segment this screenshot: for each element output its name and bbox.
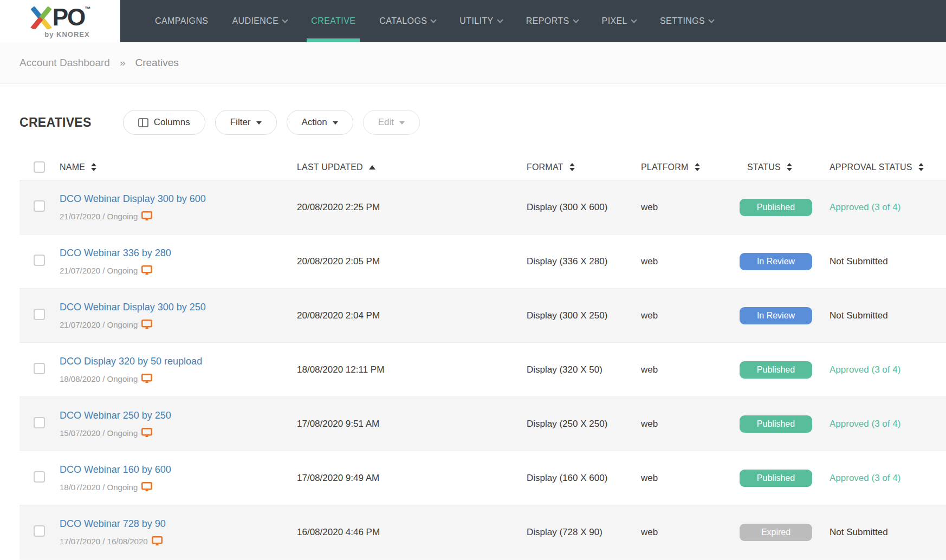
row-checkbox[interactable] bbox=[34, 471, 45, 483]
sort-icon[interactable] bbox=[918, 163, 924, 171]
platform-cell: web bbox=[641, 527, 740, 538]
platform-cell: web bbox=[641, 256, 740, 267]
creative-name-link[interactable]: DCO Webinar 336 by 280 bbox=[60, 248, 171, 259]
format-cell: Display (300 X 250) bbox=[527, 310, 641, 321]
creative-name-link[interactable]: DCO Display 320 by 50 reupload bbox=[60, 356, 202, 367]
last-updated-cell: 16/08/2020 4:46 PM bbox=[297, 527, 527, 538]
sort-icon[interactable] bbox=[569, 163, 575, 171]
approval-status-cell: Approved (3 of 4) bbox=[821, 364, 946, 375]
approval-status-cell: Not Submitted bbox=[821, 527, 946, 538]
columns-button-label: Columns bbox=[154, 117, 190, 128]
row-checkbox[interactable] bbox=[34, 363, 45, 374]
action-button[interactable]: Action bbox=[287, 110, 353, 135]
creative-name-link[interactable]: DCO Webinar 728 by 90 bbox=[60, 518, 166, 530]
nav-item[interactable]: SETTINGS bbox=[648, 0, 725, 42]
columns-button[interactable]: Columns bbox=[123, 110, 205, 135]
chevron-down-icon bbox=[282, 17, 288, 23]
select-all-checkbox[interactable] bbox=[34, 161, 45, 173]
page-title: CREATIVES bbox=[20, 115, 92, 130]
creative-name-link[interactable]: DCO Webinar Display 300 by 600 bbox=[60, 193, 206, 205]
breadcrumb-current: Creatives bbox=[135, 57, 178, 69]
table-header-row: NAME LAST UPDATED FORMAT PLATFORM STATUS… bbox=[20, 154, 946, 180]
chevron-down-icon bbox=[573, 17, 579, 23]
logo-text: PO bbox=[53, 6, 85, 28]
sort-icon[interactable] bbox=[91, 163, 96, 171]
display-monitor-icon bbox=[141, 211, 152, 221]
logo-trademark: ™ bbox=[85, 5, 90, 12]
approval-status-cell: Not Submitted bbox=[821, 310, 946, 321]
table-body: DCO Webinar Display 300 by 600 21/07/202… bbox=[20, 180, 946, 559]
nav-item-label: UTILITY bbox=[459, 16, 493, 26]
format-cell: Display (160 X 600) bbox=[527, 473, 641, 484]
edit-button[interactable]: Edit bbox=[363, 110, 420, 135]
header-approval-status[interactable]: APPROVAL STATUS bbox=[821, 162, 946, 172]
sort-icon[interactable] bbox=[787, 163, 792, 171]
last-updated-cell: 20/08/2020 2:05 PM bbox=[297, 256, 527, 267]
logo-subtitle: by KNOREX bbox=[44, 30, 89, 38]
chevron-down-icon bbox=[631, 17, 637, 23]
header-format[interactable]: FORMAT bbox=[527, 162, 641, 172]
creative-name-link[interactable]: DCO Webinar 250 by 250 bbox=[60, 410, 171, 421]
creative-name-link[interactable]: DCO Webinar Display 300 by 250 bbox=[60, 302, 206, 313]
nav-item[interactable]: PIXEL bbox=[590, 0, 648, 42]
header-status[interactable]: STATUS bbox=[740, 162, 821, 172]
platform-cell: web bbox=[641, 419, 740, 429]
last-updated-cell: 20/08/2020 2:25 PM bbox=[297, 202, 527, 213]
breadcrumb: Account Dashboard » Creatives bbox=[0, 42, 946, 84]
row-checkbox[interactable] bbox=[34, 255, 45, 266]
header-platform[interactable]: PLATFORM bbox=[641, 162, 740, 172]
caret-down-icon bbox=[399, 121, 405, 125]
nav-item-label: REPORTS bbox=[526, 16, 569, 26]
caret-down-icon bbox=[333, 121, 338, 125]
format-cell: Display (250 X 250) bbox=[527, 419, 641, 429]
sort-asc-icon[interactable] bbox=[369, 165, 375, 170]
format-cell: Display (728 X 90) bbox=[527, 527, 641, 538]
row-checkbox[interactable] bbox=[34, 309, 45, 320]
approval-status-cell: Approved (3 of 4) bbox=[821, 473, 946, 484]
display-monitor-icon bbox=[141, 482, 152, 492]
header-name[interactable]: NAME bbox=[60, 162, 297, 172]
format-cell: Display (300 X 600) bbox=[527, 202, 641, 213]
platform-cell: web bbox=[641, 310, 740, 321]
table-row: DCO Webinar Display 300 by 600 21/07/202… bbox=[20, 180, 946, 235]
nav-item[interactable]: CATALOGS bbox=[367, 0, 448, 42]
nav-item-label: CAMPAIGNS bbox=[155, 16, 208, 26]
filter-button-label: Filter bbox=[230, 117, 251, 128]
row-checkbox[interactable] bbox=[34, 525, 45, 537]
creative-name-link[interactable]: DCO Webinar 160 by 600 bbox=[60, 464, 171, 476]
display-monitor-icon bbox=[141, 428, 152, 438]
breadcrumb-separator: » bbox=[120, 57, 126, 69]
edit-button-label: Edit bbox=[378, 117, 394, 128]
creative-schedule: 21/07/2020 / Ongoing bbox=[60, 265, 297, 275]
platform-cell: web bbox=[641, 473, 740, 484]
row-checkbox[interactable] bbox=[34, 200, 45, 212]
toolbar: CREATIVES Columns Filter Action Edit bbox=[0, 110, 946, 135]
breadcrumb-home-link[interactable]: Account Dashboard bbox=[20, 57, 110, 69]
display-monitor-icon bbox=[152, 536, 163, 546]
nav-item[interactable]: CREATIVE bbox=[299, 0, 367, 42]
chevron-down-icon bbox=[497, 17, 503, 23]
approval-status-cell: Approved (3 of 4) bbox=[821, 202, 946, 213]
nav-item[interactable]: AUDIENCE bbox=[220, 0, 299, 42]
nav-item[interactable]: CAMPAIGNS bbox=[143, 0, 220, 42]
xpo-x-icon bbox=[30, 6, 53, 29]
logo[interactable]: PO ™ by KNOREX bbox=[0, 0, 120, 42]
row-checkbox[interactable] bbox=[34, 417, 45, 428]
sort-icon[interactable] bbox=[695, 163, 700, 171]
status-badge: Expired bbox=[740, 524, 812, 541]
creative-schedule: 18/07/2020 / Ongoing bbox=[60, 482, 297, 492]
filter-button[interactable]: Filter bbox=[215, 110, 277, 135]
format-cell: Display (336 X 280) bbox=[527, 256, 641, 267]
last-updated-cell: 17/08/2020 9:51 AM bbox=[297, 419, 527, 429]
nav-item-label: AUDIENCE bbox=[232, 16, 278, 26]
status-badge: Published bbox=[740, 361, 812, 379]
nav-item[interactable]: UTILITY bbox=[448, 0, 514, 42]
creative-schedule: 21/07/2020 / Ongoing bbox=[60, 320, 297, 329]
nav-item[interactable]: REPORTS bbox=[514, 0, 590, 42]
caret-down-icon bbox=[256, 121, 262, 125]
format-cell: Display (320 X 50) bbox=[527, 364, 641, 375]
header-last-updated[interactable]: LAST UPDATED bbox=[297, 162, 527, 172]
creative-schedule: 21/07/2020 / Ongoing bbox=[60, 211, 297, 221]
nav-item-label: CATALOGS bbox=[379, 16, 427, 26]
status-badge: Published bbox=[740, 199, 812, 216]
